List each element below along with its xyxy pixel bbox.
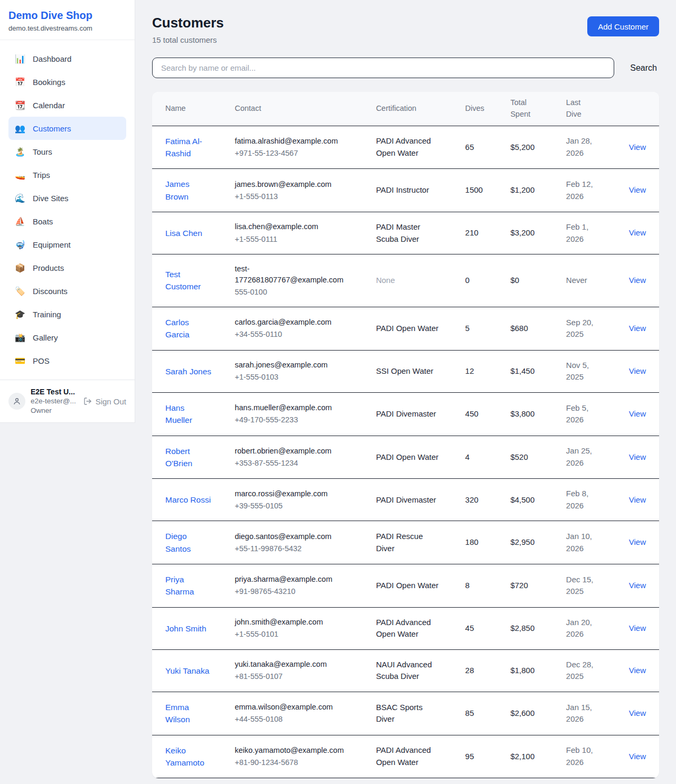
- customer-certification: PADI Advanced Open Water: [376, 617, 441, 640]
- customer-name-link[interactable]: Yuki Tanaka: [165, 665, 209, 677]
- sidebar-item[interactable]: 🌊 Dive Sites: [8, 186, 126, 210]
- sidebar-item[interactable]: 🤿 Equipment: [8, 233, 126, 256]
- customer-name-link[interactable]: Marco Rossi: [165, 494, 211, 506]
- trips-icon: 🚤: [15, 170, 25, 180]
- customer-email: yuki.tanaka@example.com: [234, 659, 346, 670]
- main-content: Customers 15 total customers Add Custome…: [135, 0, 676, 784]
- customer-row: Sarah Jones sarah.jones@example.com +1-5…: [152, 350, 659, 392]
- sidebar-item[interactable]: 📊 Dashboard: [8, 47, 126, 70]
- sidebar-item[interactable]: 💳 POS: [8, 349, 126, 372]
- view-customer-link[interactable]: View: [629, 752, 646, 761]
- equipment-icon: 🤿: [15, 240, 25, 250]
- customer-name-link[interactable]: Hans Mueller: [165, 402, 213, 427]
- view-customer-link[interactable]: View: [629, 709, 646, 717]
- customer-dives: 95: [459, 735, 504, 778]
- add-customer-button[interactable]: Add Customer: [587, 16, 659, 36]
- customer-total-spent: $1,200: [504, 169, 559, 212]
- customer-certification: PADI Open Water: [376, 323, 438, 335]
- sidebar-item[interactable]: 🚤 Trips: [8, 163, 126, 186]
- view-customer-link[interactable]: View: [629, 409, 646, 418]
- sidebar-item-label: Training: [33, 310, 61, 319]
- customer-total-spent: $720: [504, 564, 559, 608]
- training-icon: 🎓: [15, 309, 25, 319]
- customer-name-link[interactable]: Carlos Garcia: [165, 316, 213, 341]
- sidebar-nav: 📊 Dashboard 📅 Bookings 📆 Calendar 👥 Cust…: [0, 40, 135, 380]
- sidebar-item[interactable]: 📦 Products: [8, 256, 126, 279]
- customer-name-link[interactable]: Keiko Yamamoto: [165, 744, 213, 769]
- customer-dives: 65: [459, 126, 504, 169]
- customer-email: fatima.alrashid@example.com: [234, 136, 346, 147]
- customer-dives: 320: [459, 479, 504, 521]
- customer-name-link[interactable]: Fatima Al-Rashid: [165, 135, 213, 160]
- customer-row: Hans Mueller hans.mueller@example.com +4…: [152, 392, 659, 436]
- customer-phone: +1-555-0111: [234, 234, 363, 245]
- customer-row: Yuki Tanaka yuki.tanaka@example.com +81-…: [152, 649, 659, 692]
- dashboard-icon: 📊: [15, 54, 25, 64]
- sidebar-item[interactable]: 📅 Bookings: [8, 70, 126, 93]
- sidebar-item[interactable]: 📆 Calendar: [8, 93, 126, 117]
- customer-email: carlos.garcia@example.com: [234, 317, 346, 328]
- customer-row: Fatima Al-Rashid fatima.alrashid@example…: [152, 126, 659, 169]
- view-customer-link[interactable]: View: [629, 495, 646, 504]
- user-email: e2e-tester@...: [31, 396, 78, 406]
- customer-row: Emma Wilson emma.wilson@example.com +44-…: [152, 692, 659, 735]
- search-bar: Search: [152, 58, 659, 78]
- customer-dives: 450: [459, 392, 504, 436]
- view-customer-link[interactable]: View: [629, 581, 646, 590]
- customer-name-link[interactable]: Robert O'Brien: [165, 445, 213, 470]
- sidebar-item[interactable]: 📸 Gallery: [8, 326, 126, 349]
- sidebar-item[interactable]: ⛵ Boats: [8, 210, 126, 233]
- user-role: Owner: [31, 406, 78, 415]
- view-customer-link[interactable]: View: [629, 276, 646, 285]
- boats-icon: ⛵: [15, 216, 25, 226]
- customer-name-link[interactable]: Priya Sharma: [165, 573, 213, 598]
- view-customer-link[interactable]: View: [629, 228, 646, 237]
- sidebar-item[interactable]: 🎓 Training: [8, 303, 126, 326]
- customer-dives: 28: [459, 649, 504, 692]
- sidebar-item-label: Equipment: [33, 240, 71, 249]
- sign-out-icon: [83, 397, 92, 405]
- sign-out-button[interactable]: Sign Out: [83, 397, 126, 406]
- customer-last-dive: Feb 8, 2026: [566, 488, 599, 512]
- view-customer-link[interactable]: View: [629, 452, 646, 461]
- sidebar-item[interactable]: 🏝️ Tours: [8, 140, 126, 163]
- column-header-contact: Contact: [228, 92, 369, 126]
- shop-domain: demo.test.divestreams.com: [8, 24, 126, 32]
- customer-row: Test Customer test-1772681807767@example…: [152, 254, 659, 307]
- customer-phone: +49-170-555-2233: [234, 414, 363, 426]
- customer-certification: PADI Master Scuba Diver: [376, 221, 441, 245]
- customer-total-spent: $3,200: [504, 212, 559, 254]
- customer-name-link[interactable]: Test Customer: [165, 268, 213, 293]
- pos-icon: 💳: [15, 356, 25, 366]
- customer-name-link[interactable]: John Smith: [165, 622, 206, 635]
- customer-name-link[interactable]: James Brown: [165, 178, 213, 203]
- customer-row: Carlos Garcia carlos.garcia@example.com …: [152, 307, 659, 351]
- customer-certification: PADI Divemaster: [376, 494, 436, 506]
- view-customer-link[interactable]: View: [629, 666, 646, 675]
- view-customer-link[interactable]: View: [629, 143, 646, 152]
- search-button[interactable]: Search: [628, 63, 659, 73]
- sidebar-item-label: POS: [33, 356, 50, 365]
- customer-dives: 210: [459, 212, 504, 254]
- customer-email: test-1772681807767@example.com: [234, 263, 346, 286]
- sidebar-item-label: Dashboard: [33, 54, 71, 63]
- search-input[interactable]: [152, 58, 614, 78]
- tours-icon: 🏝️: [15, 147, 25, 157]
- view-customer-link[interactable]: View: [629, 366, 646, 375]
- customer-dives: 180: [459, 521, 504, 564]
- customer-name-link[interactable]: Emma Wilson: [165, 701, 213, 726]
- view-customer-link[interactable]: View: [629, 537, 646, 546]
- customer-name-link[interactable]: Sarah Jones: [165, 365, 211, 377]
- view-customer-link[interactable]: View: [629, 185, 646, 194]
- customer-certification: None: [376, 275, 395, 287]
- customer-total-spent: $5,200: [504, 126, 559, 169]
- column-header-certification: Certification: [370, 92, 459, 126]
- customer-name-link[interactable]: Diego Santos: [165, 530, 213, 555]
- sidebar-item[interactable]: 🏷️ Discounts: [8, 279, 126, 303]
- sidebar-item[interactable]: 👥 Customers: [8, 117, 126, 140]
- customer-email: keiko.yamamoto@example.com: [234, 745, 346, 756]
- view-customer-link[interactable]: View: [629, 324, 646, 333]
- view-customer-link[interactable]: View: [629, 624, 646, 632]
- customer-phone: +1-555-0113: [234, 191, 363, 202]
- customer-name-link[interactable]: Lisa Chen: [165, 227, 202, 239]
